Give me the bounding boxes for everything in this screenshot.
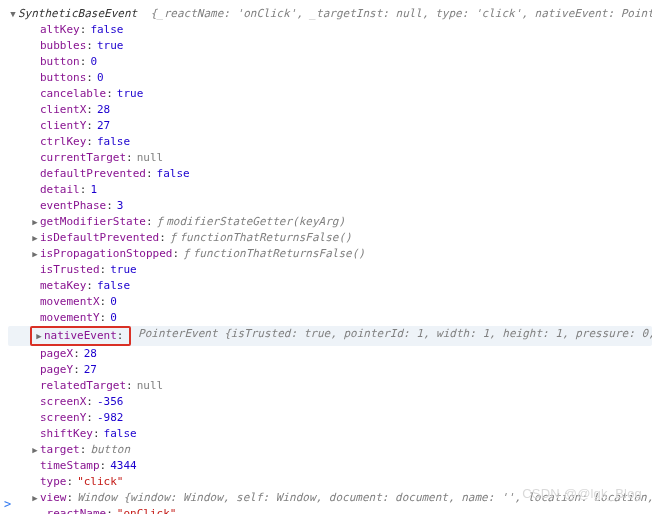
prop-_reactName[interactable]: _reactName:"onClick" bbox=[8, 506, 652, 514]
prop-shiftKey[interactable]: shiftKey:false bbox=[8, 426, 652, 442]
prop-movementY[interactable]: movementY:0 bbox=[8, 310, 652, 326]
prop-clientY[interactable]: clientY:27 bbox=[8, 118, 652, 134]
prop-buttons[interactable]: buttons:0 bbox=[8, 70, 652, 86]
prop-relatedTarget[interactable]: relatedTarget:null bbox=[8, 378, 652, 394]
prop-target[interactable]: target:button bbox=[8, 442, 652, 458]
prop-pageX[interactable]: pageX:28 bbox=[8, 346, 652, 362]
prop-screenX[interactable]: screenX:-356 bbox=[8, 394, 652, 410]
prop-bubbles[interactable]: bubbles:true bbox=[8, 38, 652, 54]
prop-altKey[interactable]: altKey:false bbox=[8, 22, 652, 38]
console-prompt-icon[interactable]: > bbox=[4, 496, 11, 512]
caret-right-icon[interactable] bbox=[34, 328, 44, 344]
caret-right-icon[interactable] bbox=[30, 442, 40, 458]
prop-nativeEvent[interactable]: nativeEvent: PointerEvent {isTrusted: tr… bbox=[8, 326, 652, 346]
prop-movementX[interactable]: movementX:0 bbox=[8, 294, 652, 310]
caret-right-icon[interactable] bbox=[30, 230, 40, 246]
prop-metaKey[interactable]: metaKey:false bbox=[8, 278, 652, 294]
prop-isPropagationStopped[interactable]: isPropagationStopped:ƒfunctionThatReturn… bbox=[8, 246, 652, 262]
caret-right-icon[interactable] bbox=[30, 246, 40, 262]
prop-detail[interactable]: detail:1 bbox=[8, 182, 652, 198]
object-summary: {_reactName: 'onClick', _targetInst: nul… bbox=[144, 7, 652, 20]
prop-ctrlKey[interactable]: ctrlKey:false bbox=[8, 134, 652, 150]
watermark: CSDN @@lgk_Blog bbox=[522, 486, 642, 502]
prop-cancelable[interactable]: cancelable:true bbox=[8, 86, 652, 102]
caret-right-icon[interactable] bbox=[30, 214, 40, 230]
object-header-row[interactable]: SyntheticBaseEvent {_reactName: 'onClick… bbox=[8, 6, 652, 22]
caret-right-icon[interactable] bbox=[30, 490, 40, 506]
red-highlight-box: nativeEvent: bbox=[30, 326, 131, 346]
prop-eventPhase[interactable]: eventPhase:3 bbox=[8, 198, 652, 214]
prop-clientX[interactable]: clientX:28 bbox=[8, 102, 652, 118]
prop-pageY[interactable]: pageY:27 bbox=[8, 362, 652, 378]
prop-currentTarget[interactable]: currentTarget:null bbox=[8, 150, 652, 166]
caret-down-icon[interactable] bbox=[8, 6, 18, 22]
prop-getModifierState[interactable]: getModifierState:ƒmodifierStateGetter(ke… bbox=[8, 214, 652, 230]
prop-isDefaultPrevented[interactable]: isDefaultPrevented:ƒfunctionThatReturnsF… bbox=[8, 230, 652, 246]
prop-isTrusted[interactable]: isTrusted:true bbox=[8, 262, 652, 278]
object-type: SyntheticBaseEvent bbox=[18, 7, 137, 20]
prop-button[interactable]: button:0 bbox=[8, 54, 652, 70]
prop-defaultPrevented[interactable]: defaultPrevented:false bbox=[8, 166, 652, 182]
prop-screenY[interactable]: screenY:-982 bbox=[8, 410, 652, 426]
prop-timeStamp[interactable]: timeStamp:4344 bbox=[8, 458, 652, 474]
